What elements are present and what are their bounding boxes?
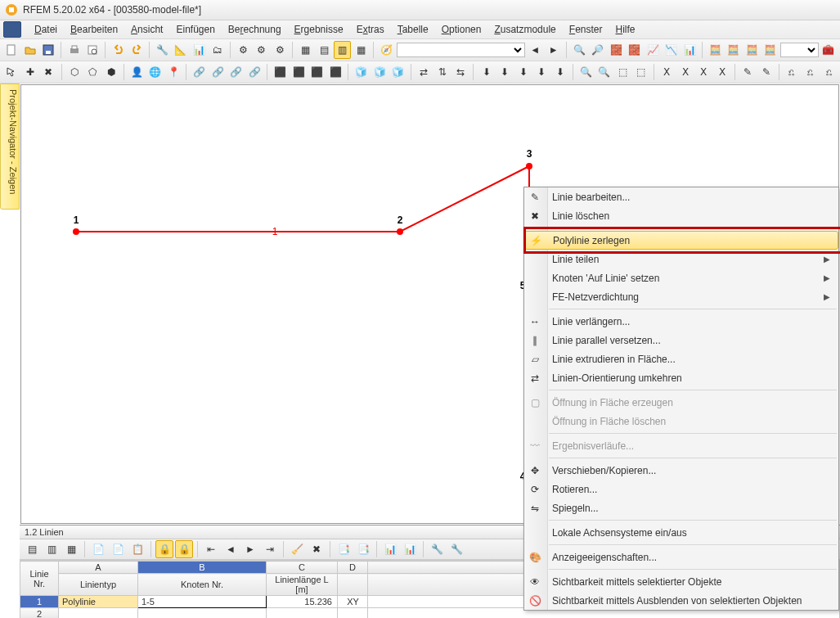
tool-icon[interactable]: ⬇ xyxy=(551,63,568,81)
tool-icon[interactable]: 📄 xyxy=(109,540,127,558)
tool-icon[interactable]: 📐 xyxy=(173,41,189,59)
tool-icon[interactable]: ✚ xyxy=(22,63,39,81)
tool-icon[interactable]: Ⅹ xyxy=(676,63,694,81)
tool-icon[interactable]: 🧱 xyxy=(608,41,624,59)
tool-icon[interactable]: 🔒 xyxy=(175,540,193,558)
tool-icon[interactable]: 🧊 xyxy=(371,63,389,81)
tool-icon[interactable]: 🧭 xyxy=(378,41,394,59)
view-icon[interactable]: ▥ xyxy=(334,41,350,59)
tool-icon[interactable]: Ⅹ xyxy=(658,63,676,81)
tool-icon[interactable]: ► xyxy=(241,540,259,558)
tool-icon[interactable]: 🔧 xyxy=(447,540,465,558)
tool-icon[interactable]: 🧰 xyxy=(820,41,837,59)
menu-extras[interactable]: Extras xyxy=(350,21,391,38)
tool-icon[interactable]: 🧊 xyxy=(389,63,407,81)
tool-icon[interactable]: 🧱 xyxy=(626,41,642,59)
ctx-split-line[interactable]: Linie teilen▶ xyxy=(524,250,838,268)
tool-icon[interactable]: 🧮 xyxy=(707,41,723,59)
tool-icon[interactable]: ⬛ xyxy=(308,63,326,81)
tool-icon[interactable]: 🌐 xyxy=(146,63,164,81)
tool-icon[interactable]: ⎌ xyxy=(802,63,819,81)
menu-fenster[interactable]: Fenster xyxy=(563,21,609,38)
tool-icon[interactable]: 🔍 xyxy=(571,41,587,59)
tool-icon[interactable]: ⇤ xyxy=(202,540,220,558)
tool-icon[interactable]: ✖ xyxy=(308,540,326,558)
tool-icon[interactable]: 🧹 xyxy=(288,540,306,558)
tool-icon[interactable]: 🔧 xyxy=(428,540,446,558)
app-menu-icon[interactable] xyxy=(3,21,21,38)
menu-berechnung[interactable]: Berechnung xyxy=(222,21,288,38)
tool-icon[interactable]: ⬠ xyxy=(84,63,101,81)
ctx-visibility-selected[interactable]: 👁 Sichtbarkeit mittels selektierter Obje… xyxy=(524,572,838,591)
ctx-display-props[interactable]: 🎨 Anzeigeeigenschaften... xyxy=(524,548,838,566)
tool-icon[interactable]: ⇥ xyxy=(261,540,279,558)
tool-icon[interactable]: 📊 xyxy=(681,41,698,59)
menu-datei[interactable]: Datei xyxy=(28,21,64,38)
tool-icon[interactable]: 📄 xyxy=(89,540,107,558)
tool-icon[interactable]: Ⅹ xyxy=(713,63,730,81)
tool-icon[interactable]: 📍 xyxy=(165,63,182,81)
tool-icon[interactable]: ⬇ xyxy=(496,63,514,81)
tool-icon[interactable]: 🔍 xyxy=(577,63,595,81)
tool-icon[interactable]: ⇆ xyxy=(452,63,469,81)
menu-ansicht[interactable]: Ansicht xyxy=(124,21,169,38)
ctx-local-axes[interactable]: Lokale Achsensysteme ein/aus xyxy=(524,523,838,542)
next-icon[interactable]: ► xyxy=(545,41,561,59)
tool-icon[interactable]: ⬡ xyxy=(65,63,83,81)
tool-icon[interactable]: 🧊 xyxy=(353,63,370,81)
tool-icon[interactable]: ⇄ xyxy=(416,63,433,81)
tool-icon[interactable]: ⎌ xyxy=(784,63,801,81)
menu-hilfe[interactable]: Hilfe xyxy=(609,21,642,38)
tool-icon[interactable]: 📊 xyxy=(191,41,207,59)
print-preview-icon[interactable] xyxy=(84,41,101,59)
tool-icon[interactable]: 📈 xyxy=(645,41,661,59)
print-icon[interactable] xyxy=(65,41,82,59)
ctx-reverse-line[interactable]: ⇄ Linien-Orientierung umkehren xyxy=(524,368,838,387)
ctx-move-copy[interactable]: ✥ Verschieben/Kopieren... xyxy=(524,461,838,480)
tool-icon[interactable]: ▤ xyxy=(23,540,41,558)
ctx-offset-line[interactable]: ∥ Linie parallel versetzen... xyxy=(524,331,838,350)
ctx-rotate[interactable]: ⟳ Rotieren... xyxy=(524,480,838,498)
tool-icon[interactable]: 👤 xyxy=(128,63,146,81)
tool-icon[interactable]: ⚙ xyxy=(235,41,251,59)
tool-icon[interactable]: 🔎 xyxy=(589,41,605,59)
tool-icon[interactable]: Ⅹ xyxy=(695,63,712,81)
tool-icon[interactable]: 🧮 xyxy=(743,41,760,59)
tool-icon[interactable]: 📉 xyxy=(663,41,679,59)
node-1[interactable] xyxy=(73,228,79,235)
tool-icon[interactable]: ◄ xyxy=(222,540,240,558)
tool-icon[interactable]: ⬢ xyxy=(103,63,120,81)
node-3[interactable] xyxy=(526,163,532,169)
ctx-visibility-hide[interactable]: 🚫 Sichtbarkeit mittels Ausblenden von se… xyxy=(524,591,838,610)
tool-icon[interactable]: 🔒 xyxy=(155,540,173,558)
menu-zusatzmodule[interactable]: Zusatzmodule xyxy=(487,21,562,38)
tool-icon[interactable]: 📑 xyxy=(335,540,353,558)
new-icon[interactable] xyxy=(3,41,20,59)
tool-icon[interactable]: 🔗 xyxy=(246,63,263,81)
ctx-mirror[interactable]: ⇋ Spiegeln... xyxy=(524,498,838,517)
tool-icon[interactable]: ⬇ xyxy=(533,63,550,81)
tool-icon[interactable]: 📊 xyxy=(381,540,399,558)
select-icon[interactable] xyxy=(3,63,20,81)
ctx-explode-polyline[interactable]: ⚡ Polylinie zerlegen xyxy=(524,231,838,250)
loadcase-combo[interactable] xyxy=(397,43,525,57)
tool-icon[interactable]: ▥ xyxy=(43,540,61,558)
navigator-tab[interactable]: Projekt-Navigator - Zeigen xyxy=(0,83,20,210)
tool-icon[interactable]: 🗂 xyxy=(209,41,226,59)
tool-icon[interactable]: 🔍 xyxy=(595,63,613,81)
ctx-extend-line[interactable]: ↔ Linie verlängern... xyxy=(524,312,838,331)
tool-icon[interactable]: ⇅ xyxy=(433,63,451,81)
tool-icon[interactable]: ✎ xyxy=(739,63,757,81)
menu-optionen[interactable]: Optionen xyxy=(435,21,488,38)
prev-icon[interactable]: ◄ xyxy=(527,41,543,59)
tool-icon[interactable]: 📋 xyxy=(128,540,146,558)
ctx-node-on-line[interactable]: Knoten 'Auf Linie' setzen▶ xyxy=(524,268,838,287)
tool-icon[interactable]: ⬛ xyxy=(327,63,344,81)
tool-icon[interactable]: ✖ xyxy=(40,63,57,81)
tool-icon[interactable]: ▦ xyxy=(62,540,80,558)
view-icon[interactable]: ▦ xyxy=(353,41,369,59)
undo-icon[interactable] xyxy=(110,41,126,59)
menu-ergebnisse[interactable]: Ergebnisse xyxy=(288,21,350,38)
node-2[interactable] xyxy=(397,228,403,235)
tool-icon[interactable]: 🔗 xyxy=(191,63,208,81)
